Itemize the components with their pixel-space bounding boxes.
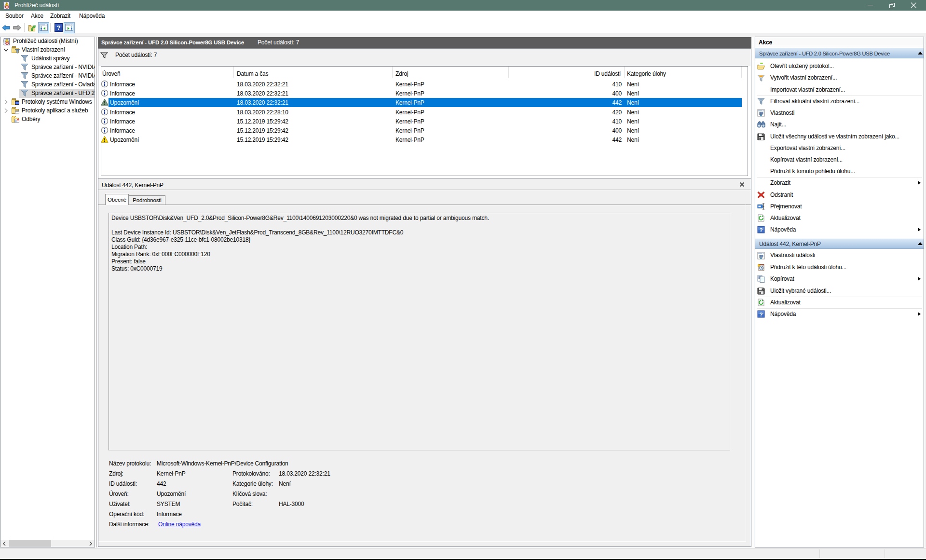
svg-text:?: ?: [760, 312, 763, 317]
svg-text:?: ?: [760, 227, 763, 233]
svg-text:?: ?: [57, 24, 61, 31]
